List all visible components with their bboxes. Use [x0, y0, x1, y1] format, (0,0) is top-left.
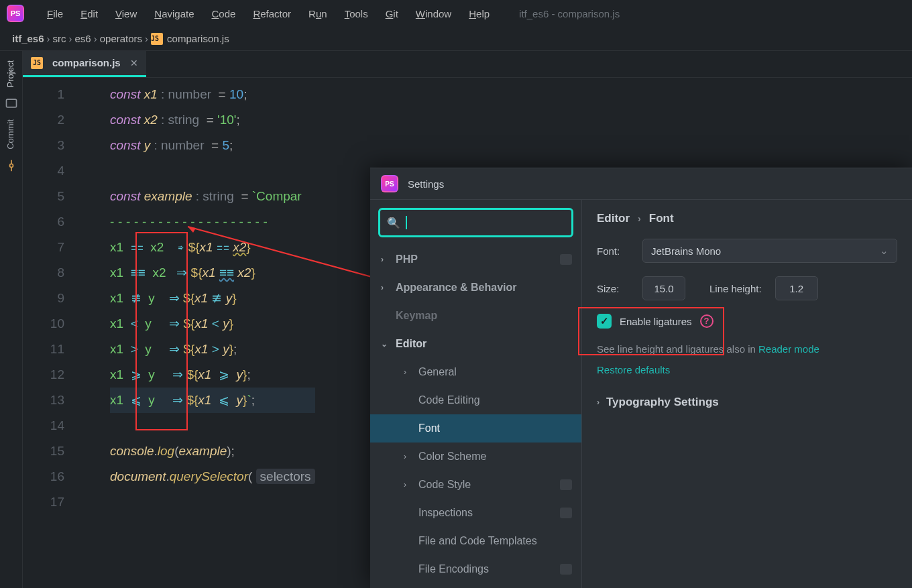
breadcrumb-file[interactable]: JScomparison.js	[151, 33, 229, 45]
settings-search-input[interactable]	[412, 217, 565, 229]
settings-breadcrumb: Editor›Font	[597, 212, 897, 225]
nav-file-templates[interactable]: File and Code Templates	[370, 527, 581, 555]
breadcrumb-part[interactable]: es6	[75, 33, 91, 44]
nav-php[interactable]: ›PHP	[370, 245, 581, 274]
tab-filename: comparison.js	[52, 57, 121, 68]
font-label: Font:	[597, 245, 632, 257]
editor-tab[interactable]: JS comparison.js ✕	[23, 50, 146, 77]
dialog-title: Settings	[408, 178, 444, 190]
nav-code-editing[interactable]: Code Editing	[370, 386, 581, 414]
svg-rect-0	[6, 100, 16, 108]
menubar: PS File Edit View Navigate Code Refactor…	[0, 0, 912, 27]
search-icon: 🔍	[387, 217, 400, 229]
tool-sidebar: Project Commit	[0, 51, 23, 588]
svg-point-1	[9, 164, 13, 168]
app-icon: PS	[7, 5, 24, 22]
parameter-hint: selectors	[256, 469, 315, 484]
nav-code-style[interactable]: ›Code Style	[370, 471, 581, 499]
menu-code[interactable]: Code	[204, 5, 244, 22]
tool-tab-commit[interactable]: Commit	[3, 114, 19, 155]
app-icon: PS	[381, 175, 398, 192]
editor-tabbar: JS comparison.js ✕	[23, 51, 912, 78]
nav-inspections[interactable]: Inspections	[370, 499, 581, 527]
project-scope-icon	[560, 254, 572, 265]
project-scope-icon	[560, 479, 572, 490]
nav-appearance[interactable]: ›Appearance & Behavior	[370, 274, 581, 302]
menu-git[interactable]: Git	[378, 5, 406, 22]
settings-nav: 🔍 ›PHP ›Appearance & Behavior Keymap ⌄Ed…	[370, 200, 582, 588]
line-gutter: 1234567891011121314151617	[23, 78, 110, 588]
nav-keymap[interactable]: Keymap	[370, 302, 581, 330]
nav-file-encodings[interactable]: File Encodings	[370, 555, 581, 583]
code-text[interactable]: const x1 : number = 10; const x2 : strin…	[110, 78, 315, 588]
js-file-icon: JS	[151, 33, 163, 45]
size-label: Size:	[597, 283, 632, 294]
ligatures-label: Enable ligatures	[620, 316, 692, 327]
breadcrumb-part[interactable]: itf_es6	[12, 33, 44, 44]
window-title: itf_es6 - comparison.js	[519, 8, 620, 19]
chevron-right-icon: ›	[597, 398, 600, 407]
help-icon[interactable]: ?	[700, 314, 714, 328]
nav-font[interactable]: Font	[370, 414, 581, 443]
nav-general[interactable]: ›General	[370, 358, 581, 386]
menu-tools[interactable]: Tools	[337, 5, 376, 22]
close-icon[interactable]: ✕	[130, 58, 138, 68]
js-file-icon: JS	[31, 57, 43, 69]
line-height-label: Line height:	[709, 283, 762, 294]
commit-icon	[5, 159, 18, 172]
settings-content: Editor›Font Font: JetBrains Mono ⌄ Size:…	[582, 200, 912, 588]
nav-editor[interactable]: ⌄Editor	[370, 330, 581, 358]
reader-mode-hint: See line height and ligatures also in Re…	[597, 343, 897, 355]
menu-edit[interactable]: Edit	[72, 5, 106, 22]
project-scope-icon	[560, 564, 572, 575]
menu-file[interactable]: File	[39, 5, 71, 22]
menu-view[interactable]: View	[107, 5, 145, 22]
tool-tab-project[interactable]: Project	[3, 55, 19, 93]
typography-settings-header[interactable]: › Typography Settings	[597, 396, 897, 409]
breadcrumb-part[interactable]: operators	[100, 33, 142, 44]
breadcrumb-part[interactable]: src	[53, 33, 66, 44]
restore-defaults-link[interactable]: Restore defaults	[597, 364, 897, 375]
nav-color-scheme[interactable]: ›Color Scheme	[370, 443, 581, 471]
menu-run[interactable]: Run	[300, 5, 335, 22]
chevron-down-icon: ⌄	[880, 245, 889, 257]
reader-mode-link[interactable]: Reader mode	[758, 343, 819, 355]
font-select[interactable]: JetBrains Mono ⌄	[642, 239, 897, 263]
menu-help[interactable]: Help	[461, 5, 498, 22]
project-icon	[5, 97, 18, 110]
menu-navigate[interactable]: Navigate	[146, 5, 202, 22]
size-input[interactable]: 15.0	[642, 276, 685, 300]
settings-search[interactable]: 🔍	[378, 208, 573, 237]
menu-refactor[interactable]: Refactor	[245, 5, 299, 22]
line-height-input[interactable]: 1.2	[775, 276, 818, 300]
settings-dialog: PS Settings 🔍 ›PHP ›Appearance & Behavio…	[370, 168, 912, 588]
breadcrumb: itf_es6› src› es6› operators› JScomparis…	[0, 27, 912, 51]
menu-window[interactable]: Window	[408, 5, 459, 22]
ligatures-checkbox[interactable]: ✓	[597, 314, 612, 329]
project-scope-icon	[560, 508, 572, 518]
